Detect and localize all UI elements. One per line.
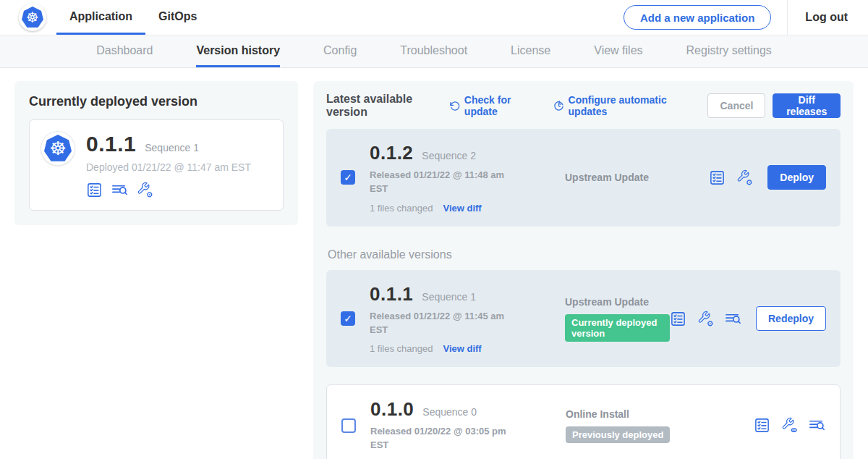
version-number: 0.1.0 xyxy=(370,398,414,421)
refresh-icon xyxy=(449,100,460,112)
logout-button[interactable]: Log out xyxy=(787,0,868,35)
top-nav: ☸ Application GitOps Add a new applicati… xyxy=(0,0,868,35)
version-card-0-1-0: 0.1.0 Sequence 0 Released 01/20/22 @ 03:… xyxy=(326,384,841,459)
check-for-update-link[interactable]: Check for update xyxy=(449,94,537,117)
deployed-version-card: ☸ 0.1.1 Sequence 1 Deployed 01/21/22 @ 1… xyxy=(29,119,284,211)
released-timestamp: Released 01/21/22 @ 11:48 am EST xyxy=(370,169,514,196)
released-timestamp: Released 01/20/22 @ 03:05 pm EST xyxy=(370,425,515,452)
sequence-label: Sequence 1 xyxy=(422,291,476,303)
released-timestamp: Released 01/21/22 @ 11:45 am EST xyxy=(370,310,514,337)
version-source-label: Upstream Update xyxy=(565,296,649,308)
view-config-icon[interactable] xyxy=(781,417,798,434)
files-changed-label: 1 files changed xyxy=(370,203,433,214)
configure-automatic-updates-link[interactable]: Configure automatic updates xyxy=(553,94,692,117)
view-diff-link[interactable]: View diff xyxy=(443,203,481,214)
latest-available-title: Latest available version xyxy=(326,93,442,119)
edit-config-icon[interactable] xyxy=(137,182,153,198)
version-card-0-1-1: 0.1.1 Sequence 1 Released 01/21/22 @ 11:… xyxy=(326,270,841,368)
version-source-label: Online Install xyxy=(566,408,629,420)
deployed-timestamp: Deployed 01/21/22 @ 11:47 am EST xyxy=(86,161,251,173)
version-card-0-1-2: 0.1.2 Sequence 2 Released 01/21/22 @ 11:… xyxy=(326,129,841,227)
available-versions-header: Latest available version Check for updat… xyxy=(326,93,841,119)
view-files-diff-icon[interactable] xyxy=(809,417,825,434)
version-number: 0.1.1 xyxy=(370,283,413,306)
diff-releases-button[interactable]: Diff releases xyxy=(773,93,841,118)
edit-config-icon[interactable] xyxy=(736,169,753,186)
preflight-checks-icon[interactable] xyxy=(754,417,770,434)
preflight-checks-icon[interactable] xyxy=(670,311,686,327)
view-files-diff-icon[interactable] xyxy=(111,182,128,198)
deploy-button[interactable]: Deploy xyxy=(767,165,826,190)
redeploy-button[interactable]: Redeploy xyxy=(756,306,826,331)
deployed-sequence-label: Sequence 1 xyxy=(145,142,199,153)
tab-view-files[interactable]: View files xyxy=(594,35,642,67)
app-sub-nav: Dashboard Version history Config Trouble… xyxy=(0,35,868,68)
kubernetes-logo-icon: ☸ xyxy=(19,4,46,31)
version-history-page: Currently deployed version ☸ 0.1.1 Seque… xyxy=(0,68,868,459)
app-logo[interactable]: ☸ xyxy=(0,0,56,35)
version-number: 0.1.2 xyxy=(370,142,413,164)
top-tab-application[interactable]: Application xyxy=(56,0,145,35)
other-available-versions-title: Other available versions xyxy=(328,248,841,261)
view-files-diff-icon[interactable] xyxy=(725,311,741,327)
previously-deployed-badge: Previously deployed xyxy=(566,426,670,443)
schedule-update-icon xyxy=(553,100,564,112)
version-select-checkbox[interactable] xyxy=(341,311,355,326)
edit-config-icon[interactable] xyxy=(697,311,714,327)
add-new-application-button[interactable]: Add a new application xyxy=(624,5,771,30)
sequence-label: Sequence 2 xyxy=(422,150,476,161)
preflight-checks-icon[interactable] xyxy=(86,182,103,198)
tab-registry-settings[interactable]: Registry settings xyxy=(686,35,772,67)
preflight-checks-icon[interactable] xyxy=(709,169,726,186)
sequence-label: Sequence 0 xyxy=(422,406,477,418)
version-select-checkbox[interactable] xyxy=(341,170,355,185)
currently-deployed-title: Currently deployed version xyxy=(29,94,284,109)
top-tab-gitops[interactable]: GitOps xyxy=(145,0,210,35)
currently-deployed-badge: Currently deployed version xyxy=(565,314,670,342)
tab-version-history[interactable]: Version history xyxy=(196,35,280,67)
version-source-label: Upstream Update xyxy=(565,172,649,183)
deployed-version-number: 0.1.1 xyxy=(86,132,136,156)
available-versions-panel: Latest available version Check for updat… xyxy=(313,81,854,459)
view-diff-link[interactable]: View diff xyxy=(443,343,481,354)
tab-license[interactable]: License xyxy=(511,35,550,67)
tab-config[interactable]: Config xyxy=(323,35,357,67)
cancel-button[interactable]: Cancel xyxy=(707,93,765,118)
tab-troubleshoot[interactable]: Troubleshoot xyxy=(400,35,467,67)
currently-deployed-panel: Currently deployed version ☸ 0.1.1 Seque… xyxy=(14,81,298,225)
files-changed-label: 1 files changed xyxy=(370,343,433,354)
tab-dashboard[interactable]: Dashboard xyxy=(96,35,153,67)
app-icon: ☸ xyxy=(41,132,75,165)
version-select-checkbox[interactable] xyxy=(341,418,356,433)
